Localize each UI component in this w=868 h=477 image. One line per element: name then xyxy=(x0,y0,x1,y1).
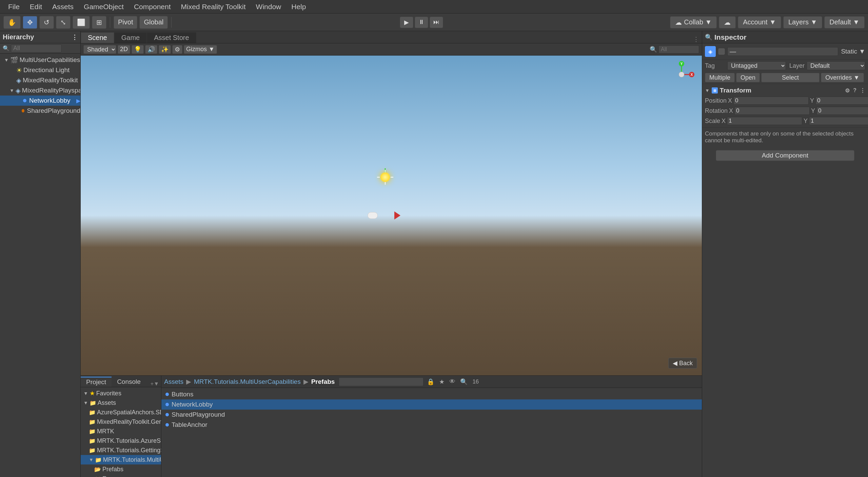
project-mrtk-azure[interactable]: 📁 MRTK.Tutorials.AzureSpatialAnchors xyxy=(81,436,161,445)
pivot-button[interactable]: Pivot xyxy=(114,16,137,29)
tree-item-mrtk[interactable]: ▶ ◈ MixedRealityToolkit xyxy=(0,75,80,85)
rot-x-field[interactable] xyxy=(734,107,810,115)
chevron-down-icon-2: ▼ xyxy=(83,400,88,406)
asset-buttons[interactable]: Buttons xyxy=(161,389,702,399)
project-panel: Project Console +▼ ▼ ★ Favorites ▼ 📁 xyxy=(81,376,161,477)
object-enabled-checkbox[interactable] xyxy=(718,48,725,55)
tag-dropdown[interactable]: Untagged xyxy=(727,61,786,70)
breadcrumb-multiuser[interactable]: MRTK.Tutorials.MultiUserCapabilities xyxy=(194,378,301,386)
menu-window[interactable]: Window xyxy=(251,1,286,12)
menu-file[interactable]: File xyxy=(3,1,24,12)
overrides-button[interactable]: Overrides ▼ xyxy=(821,73,864,82)
gizmos-dropdown[interactable]: Gizmos ▼ xyxy=(184,45,217,54)
play-button[interactable]: ▶ xyxy=(400,17,413,28)
tree-item-playspace[interactable]: ▼ ◈ MixedRealityPlayspace xyxy=(0,85,80,96)
tree-item-networklobby[interactable]: ▶ NetworkLobby ▶ xyxy=(0,96,80,106)
scene-search-input[interactable] xyxy=(658,45,699,54)
back-button[interactable]: ◀ Back xyxy=(668,358,697,369)
transform-menu-icon[interactable]: ⋮ xyxy=(860,87,865,94)
scene-view[interactable]: Y X xyxy=(81,56,702,375)
asset-size-icon[interactable]: 🔍 xyxy=(459,377,469,386)
tool-move[interactable]: ✥ xyxy=(23,16,37,29)
tree-item-directional-light[interactable]: ▶ ☀ Directional Light xyxy=(0,65,80,75)
tool-transform[interactable]: ⊞ xyxy=(92,16,106,29)
menu-mixed-reality[interactable]: Mixed Reality Toolkit xyxy=(176,1,251,12)
asset-sharedplayground[interactable]: SharedPlayground xyxy=(161,410,702,420)
mrtk-label: MixedRealityToolkit xyxy=(23,77,78,84)
project-mrtk-multiuser[interactable]: ▼ 📁 MRTK.Tutorials.MultiUserCapabilities xyxy=(81,455,161,464)
menu-gameobject[interactable]: GameObject xyxy=(79,1,129,12)
tab-asset-store[interactable]: Asset Store xyxy=(147,32,196,43)
tree-item-scene[interactable]: ▼ 🎬 MultiUserCapabilities* xyxy=(0,55,80,65)
open-button[interactable]: Open xyxy=(736,73,760,82)
account-button[interactable]: Account ▼ xyxy=(738,16,781,28)
transform-help-icon[interactable]: ? xyxy=(853,87,856,94)
asset-star-icon[interactable]: ★ xyxy=(438,377,446,386)
bottom-area: Project Console +▼ ▼ ★ Favorites ▼ 📁 xyxy=(81,375,702,477)
cube-glyph: ◈ xyxy=(708,48,712,55)
cloud-button[interactable]: ☁ xyxy=(719,16,736,28)
rot-y-field[interactable] xyxy=(816,107,868,115)
tool-scale[interactable]: ⤡ xyxy=(56,16,71,29)
add-button[interactable]: +▼ xyxy=(151,381,161,387)
pos-y-field[interactable] xyxy=(815,97,868,105)
menu-edit[interactable]: Edit xyxy=(25,1,47,12)
tab-console[interactable]: Console xyxy=(112,377,146,387)
menu-assets[interactable]: Assets xyxy=(47,1,78,12)
project-favorites[interactable]: ▼ ★ Favorites xyxy=(81,389,161,398)
inspector-tag-row: Tag Untagged Layer Default xyxy=(702,60,868,71)
asset-lock-icon[interactable]: 🔒 xyxy=(426,377,436,386)
tab-project[interactable]: Project xyxy=(81,377,112,387)
step-button[interactable]: ⏭ xyxy=(430,17,443,28)
asset-eye-icon[interactable]: 👁 xyxy=(448,377,457,386)
add-component-button[interactable]: Add Component xyxy=(716,150,854,161)
breadcrumb-prefabs[interactable]: Prefabs xyxy=(311,378,335,386)
menu-help[interactable]: Help xyxy=(287,1,311,12)
rot-x-axis: X xyxy=(729,107,733,115)
menu-component[interactable]: Component xyxy=(129,1,176,12)
transform-settings-icon[interactable]: ⚙ xyxy=(845,87,850,94)
asset-tableanchor[interactable]: TableAnchor xyxy=(161,420,702,430)
project-mrtk[interactable]: 📁 MRTK xyxy=(81,427,161,436)
default-layout-button[interactable]: Default ▼ xyxy=(824,16,865,28)
pos-x-field[interactable] xyxy=(733,97,809,105)
tool-rotate[interactable]: ↺ xyxy=(39,16,54,29)
asset-buttons-label: Buttons xyxy=(172,391,193,398)
select-button[interactable]: Select xyxy=(761,73,820,82)
fx-icon-btn[interactable]: ✨ xyxy=(159,45,171,54)
playspace-label: MixedRealityPlayspace xyxy=(22,87,80,94)
layers-button[interactable]: Layers ▼ xyxy=(783,16,822,28)
project-resources[interactable]: 📁 Resources xyxy=(81,474,161,477)
project-mrtk-generated[interactable]: 📁 MixedRealityToolkit.Generated xyxy=(81,417,161,427)
asset-networklobby[interactable]: NetworkLobby xyxy=(161,399,702,410)
shading-dropdown[interactable]: Shaded xyxy=(83,45,116,54)
tool-rect[interactable]: ⬜ xyxy=(73,16,90,29)
tab-scene[interactable]: Scene xyxy=(81,32,114,43)
project-azure[interactable]: 📁 AzureSpatialAnchors.SDK xyxy=(81,408,161,417)
tool-hand[interactable]: ✋ xyxy=(3,16,21,29)
project-mrtk-getting[interactable]: 📁 MRTK.Tutorials.GettingStarted xyxy=(81,445,161,455)
tab-game[interactable]: Game xyxy=(114,32,147,43)
lighting-icon-btn[interactable]: 💡 xyxy=(132,45,144,54)
scale-x-field[interactable] xyxy=(727,117,802,125)
object-name-field[interactable] xyxy=(727,47,838,56)
tree-item-sharedplayground[interactable]: ▶ SharedPlayground xyxy=(0,106,80,116)
prefab-icon-blue xyxy=(165,423,169,427)
layer-dropdown[interactable]: Default xyxy=(807,61,865,70)
global-button[interactable]: Global xyxy=(139,16,168,29)
scene-tab-menu[interactable]: ⋮ xyxy=(693,36,702,43)
collab-button[interactable]: ☁ Collab ▼ xyxy=(670,16,717,28)
project-assets[interactable]: ▼ 📁 Assets xyxy=(81,398,161,408)
audio-icon-btn[interactable]: 🔊 xyxy=(145,45,157,54)
multiple-button[interactable]: Multiple xyxy=(705,73,735,82)
scene-settings-btn[interactable]: ⚙ xyxy=(172,45,182,54)
scale-x-axis: X xyxy=(722,118,726,125)
hierarchy-menu-icon[interactable]: ⋮ xyxy=(72,34,78,41)
project-prefabs[interactable]: 📂 Prefabs xyxy=(81,464,161,474)
2d-button[interactable]: 2D xyxy=(118,45,130,54)
breadcrumb-assets[interactable]: Assets xyxy=(164,378,183,386)
hierarchy-search-input[interactable] xyxy=(11,44,62,53)
pause-button[interactable]: ⏸ xyxy=(415,17,428,28)
scale-y-field[interactable] xyxy=(809,117,868,125)
asset-search-input[interactable] xyxy=(339,377,423,386)
